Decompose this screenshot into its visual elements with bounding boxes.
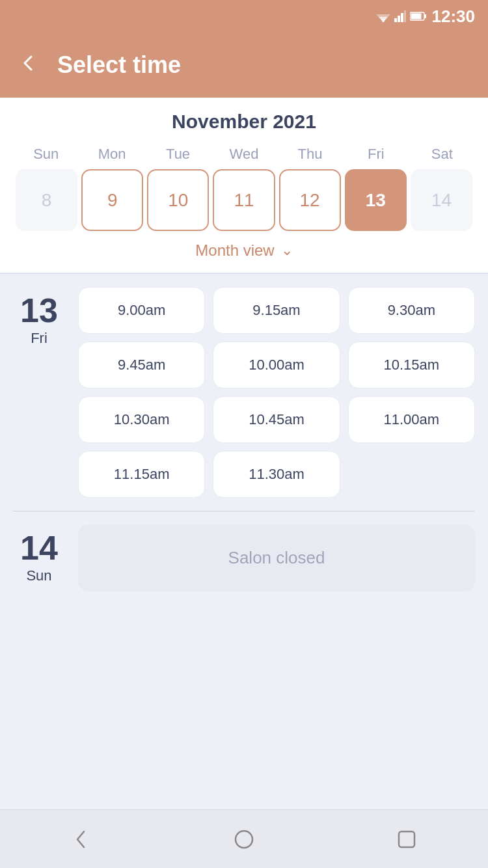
svg-rect-6: [401, 13, 403, 22]
svg-rect-10: [411, 14, 421, 20]
weekday-sat: Sat: [409, 146, 475, 163]
slot-1030am[interactable]: 10.30am: [78, 396, 205, 443]
page-title: Select time: [57, 51, 181, 79]
timeslots-section: 13 Fri 9.00am 9.15am 9.30am 9.45am 10.00…: [0, 274, 488, 809]
day-number-13: 13: [20, 293, 58, 327]
status-bar: 12:30: [0, 0, 488, 33]
date-8[interactable]: 8: [16, 169, 77, 231]
nav-home-button[interactable]: [228, 823, 260, 856]
slot-945am[interactable]: 9.45am: [78, 342, 205, 388]
day-separator: [13, 511, 475, 511]
slot-1015am[interactable]: 10.15am: [348, 342, 475, 388]
svg-point-11: [236, 831, 252, 848]
slot-900am[interactable]: 9.00am: [78, 287, 205, 334]
svg-rect-12: [399, 832, 414, 847]
home-nav-icon: [232, 828, 256, 851]
svg-rect-7: [404, 10, 406, 22]
svg-rect-9: [424, 14, 426, 18]
slot-915am[interactable]: 9.15am: [213, 287, 340, 334]
nav-back-button[interactable]: [65, 823, 98, 856]
bottom-nav: [0, 809, 488, 868]
nav-recent-button[interactable]: [390, 823, 423, 856]
day-name-14: Sun: [26, 567, 51, 584]
status-icons: [376, 10, 427, 22]
date-10[interactable]: 10: [147, 169, 209, 231]
svg-rect-4: [394, 18, 397, 22]
day-label-14: 14 Sun: [13, 524, 65, 584]
salon-closed-label: Salon closed: [228, 548, 325, 567]
slot-1000am[interactable]: 10.00am: [213, 342, 340, 388]
slot-1100am[interactable]: 11.00am: [348, 396, 475, 443]
weekday-header: Sun Mon Tue Wed Thu Fri Sat: [13, 146, 475, 163]
weekday-wed: Wed: [211, 146, 277, 163]
day-name-13: Fri: [31, 330, 47, 347]
wifi-icon: [376, 10, 390, 22]
time-grid-13: 9.00am 9.15am 9.30am 9.45am 10.00am 10.1…: [78, 287, 475, 498]
day-section-13: 13 Fri 9.00am 9.15am 9.30am 9.45am 10.00…: [13, 287, 475, 498]
battery-icon: [410, 12, 427, 21]
weekday-fri: Fri: [343, 146, 409, 163]
weekday-tue: Tue: [145, 146, 211, 163]
back-button[interactable]: [20, 54, 38, 77]
date-9[interactable]: 9: [81, 169, 143, 231]
dates-row: 8 9 10 11 12 13 14: [13, 169, 475, 231]
date-12[interactable]: 12: [279, 169, 341, 231]
signal-icon: [394, 10, 406, 22]
month-view-toggle[interactable]: Month view ⌄: [13, 231, 475, 266]
weekday-sun: Sun: [13, 146, 79, 163]
chevron-down-icon: ⌄: [281, 242, 293, 259]
weekday-mon: Mon: [79, 146, 144, 163]
date-13[interactable]: 13: [345, 169, 407, 231]
calendar-section: November 2021 Sun Mon Tue Wed Thu Fri Sa…: [0, 98, 488, 273]
back-nav-icon: [70, 828, 93, 851]
slot-930am[interactable]: 9.30am: [348, 287, 475, 334]
salon-closed-box: Salon closed: [78, 524, 475, 591]
svg-rect-5: [398, 16, 400, 22]
date-11[interactable]: 11: [213, 169, 275, 231]
day-number-14: 14: [20, 531, 58, 565]
month-view-label: Month view: [195, 241, 274, 260]
date-14[interactable]: 14: [411, 169, 472, 231]
slot-1045am[interactable]: 10.45am: [213, 396, 340, 443]
app-header: Select time: [0, 33, 488, 98]
status-time: 12:30: [432, 7, 476, 27]
day-label-13: 13 Fri: [13, 287, 65, 347]
day-section-14: 14 Sun Salon closed: [13, 524, 475, 591]
month-year-title: November 2021: [13, 111, 475, 133]
slot-1115am[interactable]: 11.15am: [78, 451, 205, 498]
weekday-thu: Thu: [277, 146, 343, 163]
slot-1130am[interactable]: 11.30am: [213, 451, 340, 498]
recent-nav-icon: [395, 828, 418, 851]
